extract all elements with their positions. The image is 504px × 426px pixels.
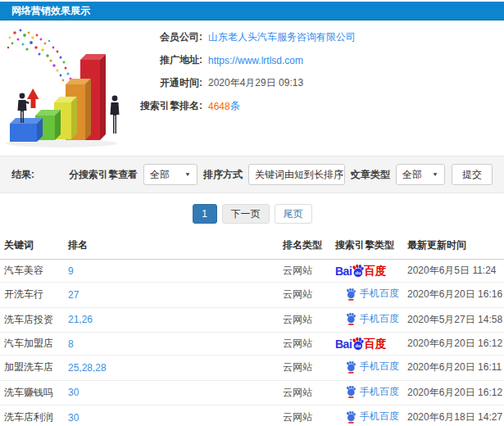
- rank-cell[interactable]: 30: [64, 406, 279, 426]
- table-row: 汽车加盟店 8 云网站 Bai du 百度 2020年6月20日 16:12: [0, 333, 504, 356]
- mobile-baidu-paw-icon: [345, 360, 356, 374]
- submit-button[interactable]: 提交: [452, 164, 493, 185]
- engine-type-cell: 手机百度: [331, 356, 403, 381]
- col-header-keyword: 关键词: [0, 232, 64, 260]
- sort-filter-label: 排序方式: [203, 168, 243, 182]
- updated-cell: 2020年6月5日 11:24: [403, 260, 504, 283]
- article-filter-label: 文章类型: [351, 168, 390, 182]
- updated-cell: 2020年5月27日 14:58: [403, 307, 504, 333]
- engine-type-cell: 手机百度: [331, 406, 403, 426]
- rank-cell[interactable]: 25,28,28: [64, 356, 279, 381]
- engine-type-cell: 手机百度: [331, 283, 403, 308]
- results-table-body: 汽车美容 9 云网站 Bai du 百度 2020年6月5日 11:24 开洗车…: [0, 260, 504, 426]
- updated-cell: 2020年6月18日 14:27: [403, 406, 504, 426]
- up-arrow-icon: [27, 88, 39, 108]
- baidu-paw-icon: du: [351, 264, 365, 278]
- info-list: 会员公司: 山东老人头汽车服务咨询有限公司 推广地址: https://www.…: [111, 32, 356, 124]
- col-header-updated: 最新更新时间: [403, 232, 504, 260]
- table-row: 汽车美容 9 云网站 Bai du 百度 2020年6月5日 11:24: [0, 260, 504, 283]
- rank-cell[interactable]: 27: [64, 283, 279, 308]
- engine-filter-select[interactable]: 全部 ▼: [143, 164, 198, 185]
- mobile-baidu-logo: 手机百度: [345, 385, 399, 399]
- col-header-rank-type: 排名类型: [279, 232, 331, 260]
- rank-type-cell: 云网站: [279, 283, 331, 308]
- baidu-logo: Bai du 百度: [335, 264, 386, 278]
- filter-bar: 结果: 分搜索引擎查看 全部 ▼ 排序方式 关键词由短到长排序 ▼ 文章类型 全…: [0, 156, 504, 193]
- updated-cell: 2020年6月20日 16:16: [403, 283, 504, 308]
- page-button-next[interactable]: 下一页: [222, 204, 270, 224]
- engine-filter-label: 分搜索引擎查看: [69, 168, 138, 182]
- rank-cell[interactable]: 8: [64, 333, 279, 356]
- rank-type-cell: 云网站: [279, 380, 331, 406]
- keyword-cell: 加盟洗车店: [0, 356, 64, 381]
- updated-cell: 2020年6月20日 16:11: [403, 356, 504, 381]
- mobile-baidu-paw-icon: [345, 312, 356, 325]
- info-value-suffix: 条: [230, 99, 240, 113]
- engine-type-cell: 手机百度: [331, 307, 403, 333]
- keyword-cell: 汽车加盟店: [0, 333, 64, 356]
- table-row: 洗车店利润 30 云网站 手机百度 2020年6月18日 14:27: [0, 406, 504, 426]
- info-label: 会员公司:: [111, 30, 202, 44]
- sort-filter-select[interactable]: 关键词由短到长排序 ▼: [248, 164, 345, 185]
- updated-cell: 2020年6月20日 16:12: [403, 380, 504, 406]
- results-table: 关键词 排名 排名类型 搜索引擎类型 最新更新时间 汽车美容 9 云网站 Bai…: [0, 232, 504, 426]
- info-row: 会员公司: 山东老人头汽车服务咨询有限公司: [111, 32, 356, 43]
- engine-filter-value: 全部: [150, 168, 170, 182]
- info-row: 推广地址: https://www.lrtlsd.com: [111, 55, 356, 66]
- mobile-baidu-paw-icon: [345, 288, 356, 301]
- col-header-rank: 排名: [64, 232, 279, 260]
- mobile-baidu-logo: 手机百度: [345, 360, 399, 374]
- article-filter-select[interactable]: 全部 ▼: [396, 164, 445, 185]
- mobile-baidu-paw-icon: [345, 385, 356, 398]
- rank-cell[interactable]: 21,26: [64, 307, 279, 333]
- table-row: 洗车店投资 21,26 云网站 手机百度 2020年5月27日 14:58: [0, 307, 504, 333]
- confetti-dots: [7, 29, 72, 82]
- table-row: 开洗车行 27 云网站 手机百度 2020年6月20日 16:16: [0, 283, 504, 308]
- table-row: 加盟洗车店 25,28,28 云网站 手机百度 2020年6月20日 16:11: [0, 356, 504, 381]
- col-header-engine-type: 搜索引擎类型: [331, 232, 403, 260]
- pagination: 1 下一页 尾页: [0, 204, 504, 224]
- chevron-down-icon: ▼: [184, 171, 191, 177]
- engine-type-cell: 手机百度: [331, 380, 403, 406]
- keyword-cell: 洗车店投资: [0, 307, 64, 333]
- article-filter-value: 全部: [402, 168, 422, 182]
- keyword-cell: 洗车赚钱吗: [0, 380, 64, 406]
- rank-cell[interactable]: 30: [64, 380, 279, 406]
- engine-type-cell: Bai du 百度: [331, 333, 403, 356]
- info-row: 搜索引擎排名: 4648 条: [111, 101, 356, 111]
- engine-type-cell: Bai du 百度: [331, 260, 403, 283]
- rank-type-cell: 云网站: [279, 356, 331, 381]
- result-label: 结果:: [11, 168, 34, 182]
- baidu-logo: Bai du 百度: [335, 337, 386, 351]
- info-value[interactable]: 山东老人头汽车服务咨询有限公司: [208, 30, 356, 44]
- mobile-baidu-logo: 手机百度: [345, 312, 399, 326]
- page-title: 网络营销效果展示: [0, 2, 504, 20]
- rank-cell[interactable]: 9: [64, 260, 279, 283]
- page-button-active[interactable]: 1: [193, 204, 217, 224]
- svg-text:du: du: [356, 343, 361, 348]
- baidu-paw-icon: du: [351, 337, 365, 351]
- bar-blue: [10, 118, 43, 142]
- sort-filter-value: 关键词由短到长排序: [255, 168, 343, 182]
- info-label: 搜索引擎排名:: [111, 99, 202, 113]
- info-value: 2020年4月29日 09:13: [208, 76, 303, 90]
- rank-type-cell: 云网站: [279, 307, 331, 333]
- table-row: 洗车赚钱吗 30 云网站 手机百度 2020年6月20日 16:12: [0, 380, 504, 406]
- page-button-last[interactable]: 尾页: [275, 204, 312, 224]
- table-header-row: 关键词 排名 排名类型 搜索引擎类型 最新更新时间: [0, 232, 504, 260]
- info-label: 开通时间:: [111, 76, 202, 90]
- keyword-cell: 洗车店利润: [0, 406, 64, 426]
- mobile-baidu-paw-icon: [345, 410, 356, 424]
- rank-type-cell: 云网站: [279, 260, 331, 283]
- keyword-cell: 开洗车行: [0, 283, 64, 308]
- keyword-cell: 汽车美容: [0, 260, 64, 283]
- chevron-down-icon: ▼: [432, 171, 438, 177]
- info-value[interactable]: https://www.lrtlsd.com: [208, 55, 303, 66]
- mobile-baidu-logo: 手机百度: [345, 410, 399, 424]
- summary-section: 会员公司: 山东老人头汽车服务咨询有限公司 推广地址: https://www.…: [0, 20, 504, 156]
- info-row: 开通时间: 2020年4月29日 09:13: [111, 78, 356, 88]
- rank-type-cell: 云网站: [279, 406, 331, 426]
- chevron-down-icon: ▼: [349, 171, 356, 177]
- info-value: 4648: [208, 101, 230, 112]
- info-label: 推广地址:: [111, 53, 202, 67]
